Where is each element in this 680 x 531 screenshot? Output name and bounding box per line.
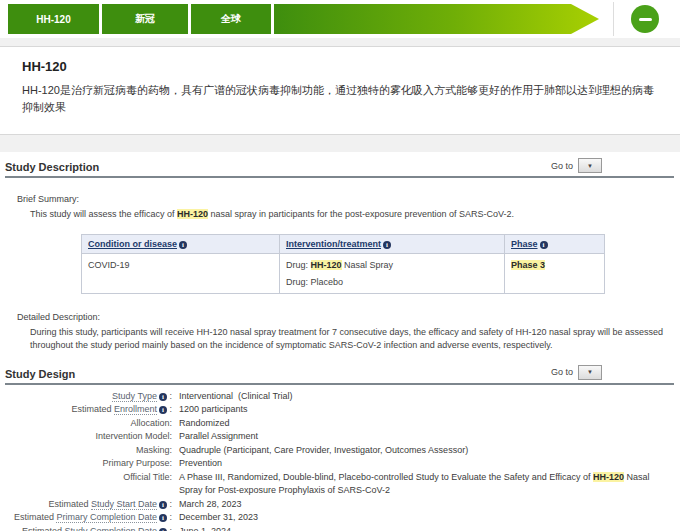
enrollment-term[interactable]: Enrollment <box>114 404 157 415</box>
detailed-description-text: During this study, participants will rec… <box>30 326 670 353</box>
masking-value: Quadruple (Participant, Care Provider, I… <box>172 444 672 458</box>
drug-description: HH-120是治疗新冠病毒的药物，具有广谱的冠状病毒抑制功能，通过独特的雾化吸入… <box>22 82 660 116</box>
label-prefix: Estimated <box>71 404 114 414</box>
page-background-band <box>0 38 680 46</box>
info-icon[interactable]: i <box>540 241 548 249</box>
primary-purpose-value: Prevention <box>172 457 672 471</box>
intervention-cell: Drug: HH-120 Nasal Spray Drug: Placebo <box>280 253 505 293</box>
main-content: Study Description Go to ▼ Brief Summary:… <box>0 152 680 531</box>
brief-summary-text: This study will assess the efficacy of H… <box>30 208 674 222</box>
breadcrumb-segment-quanqiu[interactable]: 全球 <box>191 4 271 34</box>
study-design-fields: Study Typei : Interventional (Clinical T… <box>5 390 674 531</box>
brief-summary-label: Brief Summary: <box>17 194 674 204</box>
field-enrollment: Estimated Enrollmenti : 1200 participant… <box>5 403 674 417</box>
conditions-table: Condition or diseasei Intervention/treat… <box>81 234 605 294</box>
title-pre: A Phase III, Randomized, Double-blind, P… <box>179 472 593 482</box>
label-prefix: Estimated <box>48 499 91 509</box>
field-masking: Masking: Quadruple (Participant, Care Pr… <box>5 444 674 458</box>
col-intervention: Intervention/treatmenti <box>280 234 505 253</box>
chevron-down-icon: ▼ <box>587 163 593 169</box>
col-condition: Condition or diseasei <box>82 234 280 253</box>
official-title-value: A Phase III, Randomized, Double-blind, P… <box>172 471 672 498</box>
intervention-line: Drug: Placebo <box>286 277 498 287</box>
field-primary-completion-date: Estimated Primary Completion Datei : Dec… <box>5 511 674 525</box>
start-date-value: March 28, 2023 <box>172 498 672 512</box>
primary-purpose-label: Primary Purpose: <box>5 457 172 471</box>
minus-icon <box>639 18 652 21</box>
highlighted-drug-name: HH-120 <box>593 472 624 482</box>
official-title-label: Official Title: <box>5 471 172 498</box>
study-description-header: Study Description Go to ▼ <box>5 158 674 178</box>
field-primary-purpose: Primary Purpose: Prevention <box>5 457 674 471</box>
phase-header-link[interactable]: Phase <box>511 239 538 249</box>
table-header-row: Condition or diseasei Intervention/treat… <box>82 234 605 253</box>
section-title-study-description: Study Description <box>5 161 99 173</box>
allocation-value: Randomized <box>172 417 672 431</box>
breadcrumb-segment-hh120[interactable]: HH-120 <box>8 4 99 34</box>
chevron-down-icon: ▼ <box>587 369 593 375</box>
intervention-model-value: Parallel Assignment <box>172 430 672 444</box>
topbar-divider <box>613 2 614 36</box>
table-row: COVID-19 Drug: HH-120 Nasal Spray Drug: … <box>82 253 605 293</box>
breadcrumb-bar: HH-120 新冠 全球 <box>0 0 680 38</box>
primary-completion-value: December 31, 2023 <box>172 511 672 525</box>
col-phase: Phasei <box>505 234 605 253</box>
goto-label: Go to <box>551 367 573 377</box>
primary-completion-term[interactable]: Primary Completion Date <box>56 512 157 523</box>
label-prefix: Estimated <box>14 512 57 522</box>
study-completion-term[interactable]: Study Completion Date <box>64 526 157 531</box>
brief-summary-pre: This study will assess the efficacy of <box>30 209 177 219</box>
info-icon[interactable]: i <box>383 241 391 249</box>
highlighted-drug-name: HH-120 <box>177 209 208 219</box>
goto-label: Go to <box>551 161 573 171</box>
info-icon[interactable]: i <box>159 393 167 401</box>
highlighted-drug-name: HH-120 <box>311 260 342 270</box>
phase-value: Phase 3 <box>511 260 545 270</box>
masking-label: Masking: <box>5 444 172 458</box>
field-study-type: Study Typei : Interventional (Clinical T… <box>5 390 674 404</box>
drug-intro-card: HH-120 HH-120是治疗新冠病毒的药物，具有广谱的冠状病毒抑制功能，通过… <box>0 46 680 135</box>
start-date-term[interactable]: Study Start Date <box>91 499 157 510</box>
goto-dropdown[interactable]: ▼ <box>578 158 602 173</box>
study-type-term[interactable]: Study Type <box>112 391 157 402</box>
label-prefix: Estimated <box>22 526 65 531</box>
goto-dropdown[interactable]: ▼ <box>578 365 602 380</box>
study-type-value: Interventional (Clinical Trial) <box>172 390 672 404</box>
drug-title: HH-120 <box>22 59 660 74</box>
condition-cell: COVID-19 <box>82 253 280 293</box>
intervention-header-link[interactable]: Intervention/treatment <box>286 239 381 249</box>
info-icon[interactable]: i <box>159 501 167 509</box>
condition-header-link[interactable]: Condition or disease <box>88 239 177 249</box>
page-background-band <box>0 135 680 152</box>
detailed-description-label: Detailed Description: <box>17 312 674 322</box>
field-study-completion-date: Estimated Study Completion Datei : June … <box>5 525 674 531</box>
info-icon[interactable]: i <box>159 528 167 531</box>
info-icon[interactable]: i <box>159 406 167 414</box>
drug-prefix: Drug: <box>286 260 311 270</box>
field-allocation: Allocation: Randomized <box>5 417 674 431</box>
breadcrumb-segment-xinguan[interactable]: 新冠 <box>102 4 188 34</box>
study-completion-value: June 1, 2024 <box>172 525 672 531</box>
drug-suffix: Nasal Spray <box>342 260 394 270</box>
progress-arrow <box>274 4 599 34</box>
info-icon[interactable]: i <box>159 514 167 522</box>
field-intervention-model: Intervention Model: Parallel Assignment <box>5 430 674 444</box>
info-icon[interactable]: i <box>179 241 187 249</box>
enrollment-value: 1200 participants <box>172 403 672 417</box>
section-title-study-design: Study Design <box>5 368 75 380</box>
brief-summary-post: nasal spray in participants for the post… <box>208 209 514 219</box>
field-start-date: Estimated Study Start Datei : March 28, … <box>5 498 674 512</box>
intervention-model-label: Intervention Model: <box>5 430 172 444</box>
intervention-line: Drug: HH-120 Nasal Spray <box>286 260 498 270</box>
phase-cell: Phase 3 <box>505 253 605 293</box>
field-official-title: Official Title: A Phase III, Randomized,… <box>5 471 674 498</box>
allocation-label: Allocation: <box>5 417 172 431</box>
collapse-button[interactable] <box>631 5 659 33</box>
study-design-header: Study Design Go to ▼ <box>5 365 674 385</box>
